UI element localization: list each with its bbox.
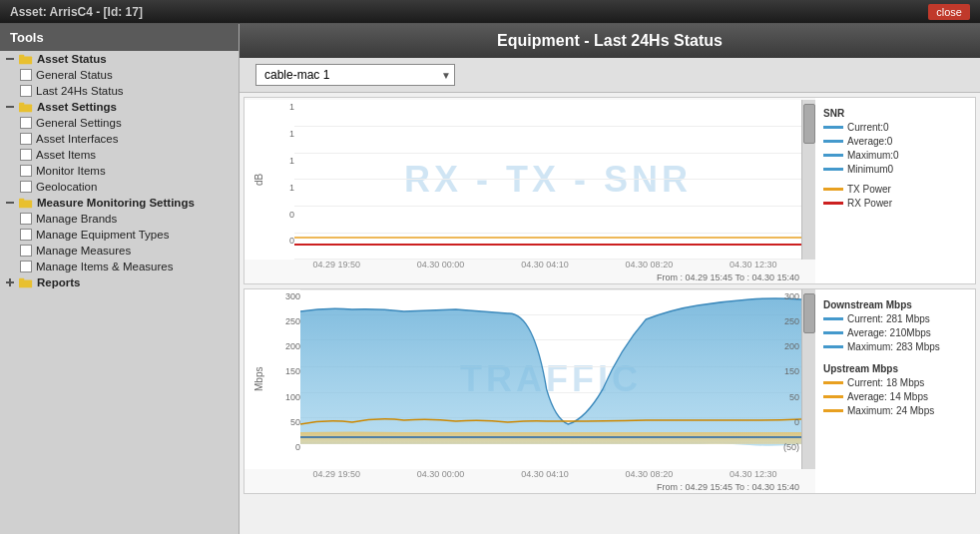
- sidebar-item-monitor-items[interactable]: Monitor Items: [0, 163, 239, 179]
- sidebar-item-manage-items-measures[interactable]: Manage Items & Measures: [0, 259, 239, 274]
- folder-icon: [18, 53, 34, 65]
- tx-power-legend: TX Power: [823, 184, 967, 195]
- tree-item-checkbox[interactable]: [20, 117, 32, 129]
- sidebar-item-asset-settings[interactable]: Asset Settings: [0, 99, 239, 115]
- svg-rect-6: [6, 202, 14, 204]
- tree-item-checkbox[interactable]: [20, 85, 32, 97]
- snr-average: Average:0: [823, 136, 967, 147]
- sidebar-item-asset-items[interactable]: Asset Items: [0, 147, 239, 163]
- sidebar-item-asset-interfaces[interactable]: Asset Interfaces: [0, 131, 239, 147]
- svg-rect-8: [19, 199, 24, 202]
- snr-current: Current:0: [823, 122, 967, 133]
- upstream-current: Current: 18 Mbps: [823, 377, 967, 388]
- snr-minimum: Minimum0: [823, 164, 967, 175]
- upstream-title: Upstream Mbps: [823, 363, 967, 374]
- snr-minimum-color: [823, 168, 843, 171]
- tree-item-checkbox[interactable]: [20, 133, 32, 145]
- snr-chart-section: dB 1 1 1 1 0 0 RX - TX - SNR: [244, 97, 976, 284]
- content-area: Equipment - Last 24Hs Status cable-mac 1…: [240, 24, 980, 534]
- traffic-chart-svg: [300, 289, 801, 469]
- downstream-average-color: [823, 331, 843, 334]
- title-bar: Asset: ArrisC4 - [Id: 17] close: [0, 0, 980, 24]
- tree-item-checkbox[interactable]: [20, 261, 32, 272]
- traffic-chart-inner: Mbps 300 250 200 150 100 50 0 TRAFFIC: [245, 289, 815, 493]
- snr-chart-canvas: RX - TX - SNR: [294, 100, 801, 260]
- charts-container[interactable]: dB 1 1 1 1 0 0 RX - TX - SNR: [240, 93, 980, 534]
- downstream-title: Downstream Mbps: [823, 299, 967, 310]
- traffic-from-to: From : 04.29 15:45 To : 04.30 15:40: [245, 481, 815, 493]
- downstream-average: Average: 210Mbps: [823, 327, 967, 338]
- tree-item-checkbox[interactable]: [20, 69, 32, 81]
- sidebar-item-manage-equipment-types[interactable]: Manage Equipment Types: [0, 227, 239, 243]
- traffic-scrollbar-thumb[interactable]: [803, 293, 815, 333]
- minus-icon: [4, 53, 16, 65]
- snr-x-axis: 04.29 19:50 04.30 00:00 04.30 04:10 04.3…: [245, 260, 815, 271]
- tree-item-checkbox[interactable]: [20, 245, 32, 257]
- sidebar-item-last24h-status[interactable]: Last 24Hs Status: [0, 83, 239, 99]
- sidebar-item-geolocation[interactable]: Geolocation: [0, 179, 239, 195]
- svg-rect-10: [9, 278, 11, 286]
- tree-item-label: Monitor Items: [36, 165, 106, 177]
- sidebar-item-general-settings[interactable]: General Settings: [0, 115, 239, 131]
- tree-item-label: Manage Equipment Types: [36, 229, 169, 241]
- dropdown-wrapper[interactable]: cable-mac 1 cable-mac 2 ▼: [255, 64, 455, 86]
- sidebar-item-manage-measures[interactable]: Manage Measures: [0, 243, 239, 259]
- sidebar-item-reports[interactable]: Reports: [0, 274, 239, 290]
- minus-icon: [4, 101, 16, 113]
- plus-icon: [4, 276, 16, 288]
- traffic-y-label: Mbps: [245, 289, 272, 469]
- rx-power-color: [823, 202, 843, 205]
- svg-rect-12: [19, 278, 24, 281]
- upstream-current-color: [823, 381, 843, 384]
- snr-maximum-color: [823, 154, 843, 157]
- snr-maximum: Maximum:0: [823, 150, 967, 161]
- upstream-maximum-color: [823, 409, 843, 412]
- rx-power-legend: RX Power: [823, 198, 967, 209]
- tx-power-color: [823, 188, 843, 191]
- snr-legend: SNR Current:0 Average:0 Maximum:0: [815, 98, 975, 283]
- toolbar: cable-mac 1 cable-mac 2 ▼: [240, 58, 980, 93]
- svg-rect-0: [6, 58, 14, 60]
- tree-item-label: Geolocation: [36, 181, 97, 193]
- tree-item-checkbox[interactable]: [20, 213, 32, 225]
- traffic-legend: Downstream Mbps Current: 281 Mbps Averag…: [815, 289, 975, 493]
- close-button[interactable]: close: [928, 4, 970, 20]
- snr-from-to: From : 04.29 15:45 To : 04.30 15:40: [245, 271, 815, 283]
- sidebar-item-asset-status[interactable]: Asset Status: [0, 51, 239, 67]
- minus-icon: [4, 197, 16, 209]
- tree-item-checkbox[interactable]: [20, 165, 32, 177]
- tree-item-label: General Settings: [36, 117, 122, 129]
- svg-rect-11: [19, 279, 32, 287]
- tree-item-label: Asset Status: [37, 53, 107, 65]
- folder-icon: [18, 197, 34, 209]
- tree-item-checkbox[interactable]: [20, 149, 32, 161]
- content-header: Equipment - Last 24Hs Status: [240, 24, 980, 58]
- downstream-current-color: [823, 317, 843, 320]
- snr-legend-title: SNR: [823, 108, 967, 119]
- main-container: Tools Asset StatusGeneral StatusLast 24H…: [0, 24, 980, 534]
- downstream-maximum-color: [823, 345, 843, 348]
- snr-scrollbar[interactable]: [801, 100, 815, 260]
- cable-mac-dropdown[interactable]: cable-mac 1 cable-mac 2: [255, 64, 455, 86]
- sidebar-item-measure-monitoring[interactable]: Measure Monitoring Settings: [0, 195, 239, 211]
- sidebar-item-manage-brands[interactable]: Manage Brands: [0, 211, 239, 227]
- downstream-current: Current: 281 Mbps: [823, 313, 967, 324]
- snr-y-ticks: 1 1 1 1 0 0: [272, 100, 294, 260]
- sidebar-item-general-status[interactable]: General Status: [0, 67, 239, 83]
- tree-item-label: Asset Items: [36, 149, 96, 161]
- traffic-x-axis: 04.29 19:50 04.30 00:00 04.30 04:10 04.3…: [245, 469, 815, 481]
- upstream-maximum: Maximum: 24 Mbps: [823, 405, 967, 416]
- tree-item-label: General Status: [36, 69, 113, 81]
- downstream-maximum: Maximum: 283 Mbps: [823, 341, 967, 352]
- window-title: Asset: ArrisC4 - [Id: 17]: [10, 5, 143, 19]
- tree-item-label: Reports: [37, 276, 80, 288]
- snr-average-color: [823, 140, 843, 143]
- tree-item-checkbox[interactable]: [20, 229, 32, 241]
- tree-item-checkbox[interactable]: [20, 181, 32, 193]
- tree-item-label: Manage Items & Measures: [36, 261, 173, 272]
- traffic-scrollbar[interactable]: [801, 289, 815, 469]
- snr-scrollbar-thumb[interactable]: [803, 104, 815, 144]
- snr-chart-svg: [294, 100, 801, 260]
- upstream-average: Average: 14 Mbps: [823, 391, 967, 402]
- svg-rect-1: [19, 56, 32, 64]
